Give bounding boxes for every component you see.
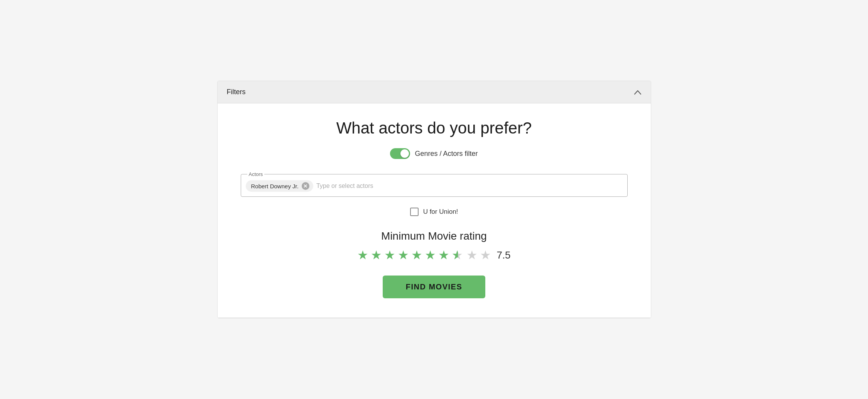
toggle-track bbox=[390, 148, 410, 159]
bottom-border bbox=[218, 318, 651, 318]
genres-actors-toggle[interactable] bbox=[390, 148, 410, 159]
app-container: Filters What actors do you prefer? Genre… bbox=[217, 81, 651, 318]
union-checkbox[interactable] bbox=[410, 208, 419, 216]
actors-input-row: Robert Downey Jr. ✕ Type or select actor… bbox=[246, 180, 623, 192]
filters-title: Filters bbox=[227, 88, 246, 96]
find-movies-button[interactable]: FIND MOVIES bbox=[383, 276, 486, 298]
union-row: U for Union! bbox=[410, 208, 458, 216]
rating-value: 7.5 bbox=[496, 249, 510, 261]
rating-title: Minimum Movie rating bbox=[381, 230, 487, 242]
actor-chip-name: Robert Downey Jr. bbox=[251, 183, 299, 189]
star-4[interactable]: ★ bbox=[398, 249, 409, 261]
actor-chip: Robert Downey Jr. ✕ bbox=[246, 180, 313, 192]
rating-section: Minimum Movie rating ★ ★ ★ ★ ★ ★ ★ ★ ★ ★… bbox=[357, 230, 510, 262]
star-6[interactable]: ★ bbox=[425, 249, 436, 261]
toggle-thumb bbox=[400, 149, 409, 158]
collapse-button[interactable] bbox=[634, 88, 642, 96]
actors-fieldset: Actors Robert Downey Jr. ✕ Type or selec… bbox=[241, 171, 628, 197]
toggle-label: Genres / Actors filter bbox=[415, 150, 478, 158]
star-half[interactable]: ★ ★ bbox=[452, 249, 464, 262]
filters-header: Filters bbox=[218, 81, 651, 103]
star-7[interactable]: ★ bbox=[438, 249, 449, 261]
page-title: What actors do you prefer? bbox=[336, 119, 532, 137]
star-1[interactable]: ★ bbox=[357, 249, 368, 261]
star-2[interactable]: ★ bbox=[371, 249, 382, 261]
toggle-row: Genres / Actors filter bbox=[390, 148, 478, 159]
star-5[interactable]: ★ bbox=[411, 249, 422, 261]
star-10[interactable]: ★ bbox=[480, 249, 491, 261]
union-label: U for Union! bbox=[423, 208, 458, 216]
main-content: What actors do you prefer? Genres / Acto… bbox=[218, 103, 651, 318]
star-3[interactable]: ★ bbox=[384, 249, 395, 261]
star-9[interactable]: ★ bbox=[466, 249, 478, 261]
actor-chip-remove[interactable]: ✕ bbox=[302, 182, 309, 190]
actors-placeholder[interactable]: Type or select actors bbox=[316, 183, 623, 189]
stars-row[interactable]: ★ ★ ★ ★ ★ ★ ★ ★ ★ ★ ★ 7.5 bbox=[357, 249, 510, 262]
actors-legend: Actors bbox=[247, 171, 265, 177]
